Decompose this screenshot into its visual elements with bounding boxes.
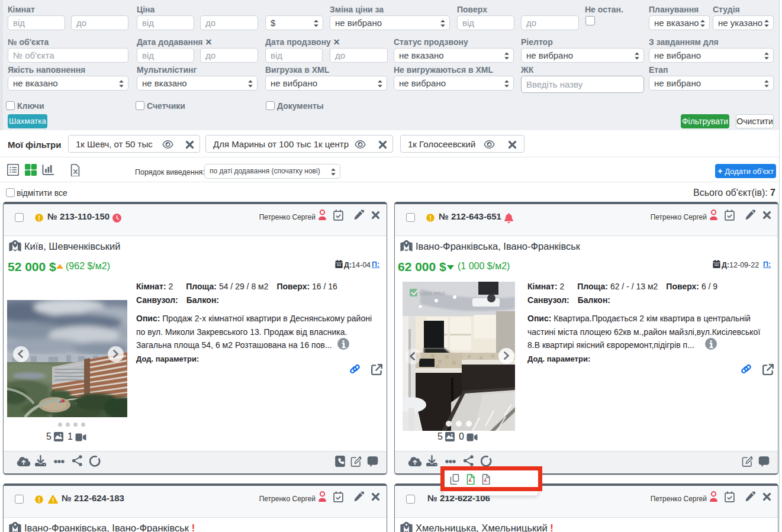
svg-text:LIGA PRO: LIGA PRO xyxy=(420,291,445,296)
